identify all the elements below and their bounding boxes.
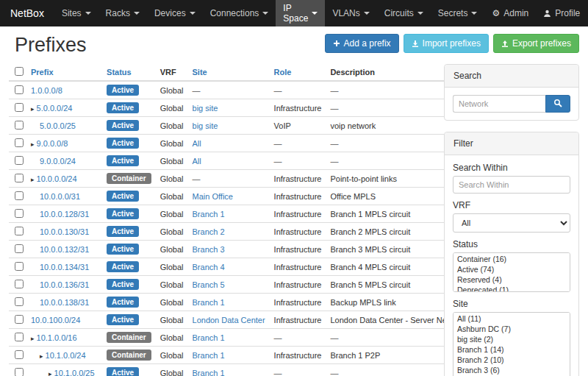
table-row: 10.0.0.132/31ActiveGlobalBranch 3Infrast… [9, 241, 470, 258]
prefix-link[interactable]: 10.0.0.0/24 [37, 174, 77, 183]
nav-item-sites[interactable]: Sites [54, 0, 98, 26]
site-link[interactable]: All [193, 157, 201, 166]
prefix-link[interactable]: 1.0.0.0/8 [31, 86, 62, 95]
site-link[interactable]: London Data Center [193, 316, 265, 324]
expand-arrow-icon[interactable]: ▸ [31, 105, 35, 113]
page-title: Prefixes [15, 34, 87, 57]
prefix-link[interactable]: 10.0.0.0/31 [40, 192, 80, 201]
table-row: ▸5.0.0.0/24ActiveGlobalbig siteInfrastru… [9, 99, 470, 117]
row-checkbox[interactable] [15, 280, 24, 288]
prefix-cell: 5.0.0.0/25 [26, 117, 102, 135]
status-badge: Active [107, 244, 139, 255]
add-a-prefix-button[interactable]: Add a prefix [325, 34, 399, 53]
prefix-link[interactable]: 10.1.0.0/16 [37, 333, 77, 342]
prefix-link[interactable]: 10.0.0.128/31 [40, 210, 89, 219]
status-label: Status [453, 239, 570, 249]
expand-arrow-icon[interactable]: ▸ [49, 370, 52, 376]
row-checkbox[interactable] [15, 85, 24, 94]
select-all-checkbox[interactable] [15, 67, 24, 76]
prefix-link[interactable]: 9.0.0.0/8 [37, 139, 68, 148]
prefix-cell: 1.0.0.0/8 [26, 81, 102, 99]
search-input[interactable] [453, 95, 545, 113]
row-checkbox[interactable] [15, 191, 24, 200]
nav-item-connections[interactable]: Connections [203, 0, 276, 26]
row-checkbox[interactable] [15, 333, 24, 341]
row-checkbox[interactable] [15, 227, 24, 235]
row-checkbox[interactable] [15, 297, 24, 306]
status-badge: Container [107, 173, 151, 184]
expand-arrow-icon[interactable]: ▸ [31, 176, 35, 183]
column-sort-link-site[interactable]: Site [193, 68, 207, 77]
prefix-link[interactable]: 5.0.0.0/24 [37, 104, 73, 113]
nav-item-ip-space[interactable]: IP Space [276, 0, 325, 26]
row-checkbox[interactable] [15, 315, 24, 324]
site-link[interactable]: Main Office [193, 192, 233, 201]
site-link[interactable]: Branch 3 [193, 245, 225, 254]
vrf-cell: Global [156, 294, 188, 311]
prefix-link[interactable]: 10.0.0.132/31 [40, 245, 89, 254]
nav-item-circuits[interactable]: Circuits [377, 0, 431, 26]
prefix-link[interactable]: 10.0.0.130/31 [40, 227, 89, 236]
status-cell: Active [102, 135, 156, 152]
row-checkbox[interactable] [15, 350, 24, 359]
button-label: Export prefixes [512, 38, 571, 49]
site-link[interactable]: Branch 2 [193, 227, 225, 236]
search-button[interactable] [545, 95, 570, 113]
prefix-link[interactable]: 5.0.0.0/25 [40, 121, 76, 130]
prefix-link[interactable]: 10.1.0.0/24 [46, 351, 86, 360]
site-link[interactable]: Branch 1 [193, 351, 225, 360]
prefix-link[interactable]: 10.0.0.134/31 [40, 263, 89, 272]
status-badge: Active [107, 85, 139, 96]
row-checkbox[interactable] [15, 138, 24, 147]
status-badge: Active [107, 102, 139, 113]
search-within-input[interactable] [453, 176, 570, 194]
site-link[interactable]: big site [193, 121, 218, 130]
role-cell: Infrastructure [270, 99, 326, 117]
site-link[interactable]: Branch 1 [193, 369, 225, 376]
expand-arrow-icon[interactable]: ▸ [31, 335, 35, 342]
row-checkbox[interactable] [15, 103, 24, 112]
site-link[interactable]: Branch 1 [193, 298, 225, 307]
row-checkbox[interactable] [15, 368, 24, 376]
site-link[interactable]: Branch 1 [193, 333, 225, 342]
row-checkbox[interactable] [15, 244, 24, 253]
prefix-link[interactable]: 10.0.0.138/31 [40, 298, 89, 307]
status-badge: Active [107, 208, 139, 219]
row-checkbox[interactable] [15, 174, 24, 182]
table-row: ▸10.1.0.0/16ContainerGlobalBranch 1—— [9, 329, 470, 347]
nav-item-racks[interactable]: Racks [98, 0, 147, 26]
prefix-link[interactable]: 10.0.100.0/24 [31, 316, 80, 324]
vrf-cell: Global [156, 117, 188, 135]
vrf-select[interactable]: All [453, 213, 570, 233]
column-sort-link-status[interactable]: Status [107, 68, 132, 77]
nav-item-vlans[interactable]: VLANs [325, 0, 376, 26]
row-checkbox[interactable] [15, 156, 24, 165]
prefix-link[interactable]: 9.0.0.0/24 [40, 157, 76, 166]
expand-arrow-icon[interactable]: ▸ [31, 141, 35, 148]
prefix-link[interactable]: 10.1.0.0/25 [54, 369, 95, 376]
site-cell: Branch 2 [188, 223, 270, 241]
column-sort-link-role[interactable]: Role [274, 68, 292, 77]
site-link[interactable]: big site [193, 104, 218, 113]
nav-item-admin[interactable]: ⚙Admin [484, 0, 536, 26]
nav-item-devices[interactable]: Devices [147, 0, 203, 26]
nav-item-profile[interactable]: Profile [536, 0, 587, 26]
row-checkbox[interactable] [15, 121, 24, 130]
nav-item-secrets[interactable]: Secrets [431, 0, 485, 26]
row-checkbox[interactable] [15, 262, 24, 271]
site-link[interactable]: Branch 1 [193, 210, 225, 219]
prefix-link[interactable]: 10.0.0.136/31 [40, 280, 89, 289]
site-cell: Branch 1 [188, 329, 270, 347]
expand-arrow-icon[interactable]: ▸ [40, 352, 43, 360]
site-link[interactable]: Branch 4 [193, 263, 225, 272]
site-link[interactable]: Branch 5 [193, 280, 225, 289]
column-sort-link-prefix[interactable]: Prefix [31, 68, 54, 77]
row-checkbox[interactable] [15, 209, 24, 218]
import-prefixes-button[interactable]: Import prefixes [404, 34, 489, 53]
site-link[interactable]: All [193, 139, 201, 148]
status-filter-list[interactable]: Container (16)Active (74)Reserved (4)Dep… [453, 252, 570, 292]
export-prefixes-button[interactable]: Export prefixes [493, 34, 579, 53]
chevron-down-icon [262, 12, 268, 15]
app-logo[interactable]: NetBox [0, 0, 54, 26]
site-filter-list[interactable]: All (11)Ashburn DC (7)big site (2)Branch… [453, 312, 570, 376]
